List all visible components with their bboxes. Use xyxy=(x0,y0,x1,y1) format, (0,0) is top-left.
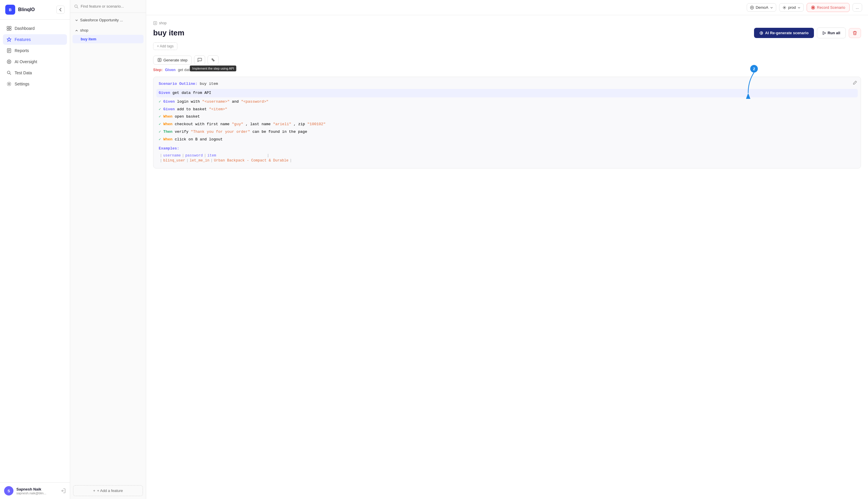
code-text-6: verify xyxy=(175,129,189,135)
trash-icon xyxy=(853,31,857,35)
top-bar: DemoA prod Record Scenario ... xyxy=(146,0,868,15)
tree-group-shop: shop buy item xyxy=(73,26,143,43)
dashboard-label: Dashboard xyxy=(15,26,35,31)
check-icon-5: ✓ xyxy=(159,121,161,127)
examples-section: Examples: | username | password | item |… xyxy=(159,146,855,163)
sidebar-item-dashboard[interactable]: Dashboard xyxy=(3,23,67,34)
pencil-icon xyxy=(853,81,857,85)
col-username: username xyxy=(163,154,181,158)
edit-button[interactable] xyxy=(853,81,857,86)
search-bar xyxy=(70,0,146,13)
sidebar-item-settings[interactable]: Settings xyxy=(3,79,67,89)
regenerate-button[interactable]: AI Re-generate scenario xyxy=(754,28,814,38)
code-line-7: ✓ When click on B and logout xyxy=(159,137,855,143)
check-icon-7: ✓ xyxy=(159,137,161,143)
keyword-when-4: When xyxy=(163,114,173,120)
sidebar-item-reports[interactable]: Reports xyxy=(3,45,67,56)
col-item: item xyxy=(207,154,266,158)
code-text-2: login with xyxy=(177,99,200,105)
reports-icon xyxy=(7,48,12,53)
generate-step-icon xyxy=(158,58,162,62)
breadcrumb-label: shop xyxy=(159,21,167,25)
code-line-6: ✓ Then verify "Thank you for your order"… xyxy=(159,129,855,135)
search-icon xyxy=(74,4,78,9)
demo-selector[interactable]: DemoA xyxy=(747,3,776,12)
code-block: Scenario Outline: buy item Given get dat… xyxy=(153,77,861,169)
code-string-2b: "<password>" xyxy=(241,99,268,105)
sidebar-logo: B BlinqIO xyxy=(0,0,70,20)
main-content: DemoA prod Record Scenario ... shop buy … xyxy=(146,0,868,499)
code-string-5b: "arieli" xyxy=(273,121,291,127)
settings-label: Settings xyxy=(15,82,29,86)
regenerate-label: AI Re-generate scenario xyxy=(765,31,809,35)
add-feature-icon: + xyxy=(93,488,95,493)
col-password: password xyxy=(185,154,203,158)
run-all-button[interactable]: Run all xyxy=(817,27,846,38)
scenario-area: shop buy item AI Re-generate scenario Ru… xyxy=(146,15,868,499)
table-data-row: | blinq_user | let_me_in | Urban Backpac… xyxy=(159,159,855,163)
logout-button[interactable] xyxy=(61,488,66,493)
generate-step-label: Generate step xyxy=(163,58,187,62)
add-tags-button[interactable]: + Add tags xyxy=(153,42,177,50)
tree-group-shop-header[interactable]: shop xyxy=(73,26,143,35)
features-label: Features xyxy=(15,37,31,42)
code-and: and xyxy=(232,99,238,105)
api-link-icon xyxy=(211,58,215,62)
check-icon-6: ✓ xyxy=(159,129,161,135)
test-data-icon xyxy=(7,70,12,75)
code-string-5c: "100102" xyxy=(307,121,326,127)
scenario-actions: AI Re-generate scenario Run all xyxy=(754,27,861,38)
breadcrumb-icon xyxy=(153,21,157,25)
keyword-when-7: When xyxy=(163,137,173,143)
tree-item-buy-item[interactable]: buy item xyxy=(73,35,143,43)
chat-button[interactable] xyxy=(194,55,205,65)
ai-icon xyxy=(759,31,763,35)
code-table: | username | password | item | | blinq_u… xyxy=(159,154,855,163)
svg-rect-1 xyxy=(9,26,11,28)
sidebar-collapse-button[interactable] xyxy=(56,5,65,14)
code-text-1: get data from API xyxy=(173,90,211,96)
tree-group-shop-label: shop xyxy=(80,28,88,33)
table-header-row: | username | password | item | xyxy=(159,154,855,158)
sidebar-item-test-data[interactable]: Test Data xyxy=(3,68,67,78)
code-string-6a: "Thank you for your order" xyxy=(191,129,250,135)
api-button[interactable] xyxy=(207,55,218,65)
code-mid-5: , last name xyxy=(246,121,271,127)
record-scenario-button[interactable]: Record Scenario xyxy=(807,3,850,12)
check-icon-3: ✓ xyxy=(159,107,161,113)
keyword-given-1: Given xyxy=(159,90,170,96)
code-mid-5b: , zip xyxy=(294,121,305,127)
sidebar-item-features[interactable]: Features xyxy=(3,34,67,45)
test-data-label: Test Data xyxy=(15,71,32,75)
code-line-4: ✓ When open basket xyxy=(159,114,855,120)
tree-group-salesforce-header[interactable]: Salesforce Opportunity ... xyxy=(73,16,143,24)
add-feature-button[interactable]: + + Add a feature xyxy=(73,485,143,496)
env-selector[interactable]: prod xyxy=(779,3,804,12)
tree-group-salesforce: Salesforce Opportunity ... xyxy=(73,16,143,24)
add-tags-label: + Add tags xyxy=(157,44,174,48)
more-options-button[interactable]: ... xyxy=(853,3,862,12)
scenario-title-row: buy item AI Re-generate scenario Run all xyxy=(153,27,861,38)
settings-icon xyxy=(7,81,12,87)
code-line-2: ✓ Given login with "<username>" and "<pa… xyxy=(159,99,855,105)
cell-password: let_me_in xyxy=(190,159,210,163)
keyword-when-5: When xyxy=(163,121,173,127)
step-text: get data from API xyxy=(178,68,207,72)
cell-username: blinq_user xyxy=(163,159,185,163)
code-string-2a: "<username>" xyxy=(202,99,230,105)
code-line-5: ✓ When checkout with first name "guy" , … xyxy=(159,121,855,127)
svg-point-8 xyxy=(9,83,10,85)
generate-step-button[interactable]: Generate step xyxy=(153,56,192,65)
sidebar-item-ai-oversight[interactable]: AI Oversight xyxy=(3,57,67,67)
delete-button[interactable] xyxy=(849,28,861,38)
code-line-1: Given get data from API xyxy=(156,89,858,97)
avatar: S xyxy=(4,486,13,496)
demo-label: DemoA xyxy=(756,5,768,10)
check-icon-4: ✓ xyxy=(159,114,161,120)
sidebar-footer: S Sapnesh Naik sapnesh.naik@blin... xyxy=(0,482,70,499)
code-text-3: add to basket xyxy=(177,107,206,113)
examples-label: Examples: xyxy=(159,146,855,151)
reports-label: Reports xyxy=(15,48,29,53)
step-keyword: Given xyxy=(165,68,176,72)
search-input[interactable] xyxy=(81,4,142,9)
